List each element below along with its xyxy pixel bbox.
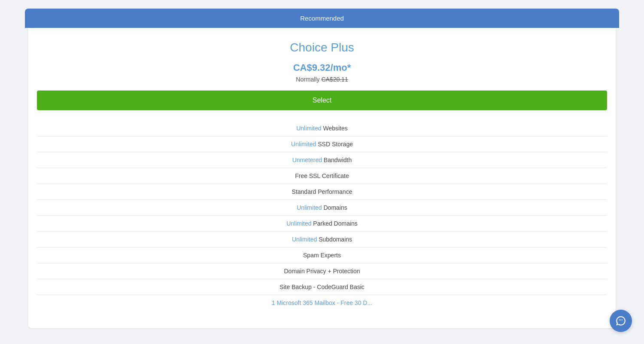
feature-item: Spam Experts bbox=[37, 247, 607, 263]
feature-item: Unmetered Bandwidth bbox=[37, 152, 607, 168]
feature-item: Unlimited Websites bbox=[37, 121, 607, 136]
select-button-choice-plus[interactable]: Select bbox=[37, 91, 607, 110]
feature-item: Unlimited Domains bbox=[37, 199, 607, 215]
feature-item: Unlimited Parked Domains bbox=[37, 215, 607, 231]
feature-item: Unlimited SSD Storage bbox=[37, 136, 607, 152]
feature-item: Domain Privacy + Protection bbox=[37, 263, 607, 279]
plan-price-choice-plus: CA$9.32/mo* bbox=[37, 62, 607, 73]
feature-item: Free SSL Certificate bbox=[37, 168, 607, 184]
chat-button[interactable] bbox=[610, 310, 632, 332]
feature-item: 1 Microsoft 365 Mailbox - Free 30 D... bbox=[37, 295, 607, 311]
feature-item: Standard Performance bbox=[37, 184, 607, 199]
plan-normal-price-choice-plus: Normally CA$20.11 bbox=[37, 76, 607, 83]
recommended-wrapper: Recommended Choice Plus CA$9.32/mo* Norm… bbox=[25, 9, 619, 328]
plan-name-choice-plus: Choice Plus bbox=[37, 41, 607, 54]
plan-card-choice-plus: Choice Plus CA$9.32/mo* Normally CA$20.1… bbox=[28, 28, 616, 328]
feature-list-choice-plus: Unlimited WebsitesUnlimited SSD StorageU… bbox=[37, 121, 607, 311]
recommended-banner: Recommended bbox=[25, 9, 619, 28]
feature-item: Site Backup - CodeGuard Basic bbox=[37, 279, 607, 295]
pricing-container: Recommended Choice Plus CA$9.32/mo* Norm… bbox=[21, 9, 623, 328]
feature-item: Unlimited Subdomains bbox=[37, 231, 607, 247]
